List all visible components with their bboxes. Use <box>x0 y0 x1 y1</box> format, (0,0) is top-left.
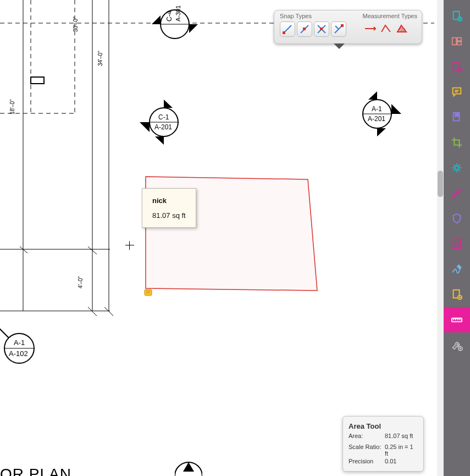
svg-text:A-1: A-1 <box>372 105 382 113</box>
snap-midpoint-button[interactable] <box>297 21 312 37</box>
svg-text:A-201: A-201 <box>368 115 385 123</box>
measure-perimeter-button[interactable] <box>379 21 393 36</box>
add-page-icon[interactable] <box>444 3 470 29</box>
tooltip-name: nick <box>152 196 186 205</box>
tool-add-icon[interactable] <box>444 332 470 358</box>
svg-rect-66 <box>457 42 461 45</box>
svg-rect-83 <box>452 318 462 321</box>
info-precision-label: Precision <box>349 458 381 464</box>
snap-measurement-toolbar[interactable]: Snap Types Measurement Types <box>274 10 422 44</box>
info-area-label: Area: <box>349 433 381 439</box>
signature-icon[interactable] <box>444 256 470 282</box>
section-marker-a1: A-1 A-201 <box>363 91 401 136</box>
shield-icon[interactable] <box>444 206 470 231</box>
crosshair-cursor <box>125 241 134 250</box>
vertical-scrollbar-track[interactable] <box>437 0 444 476</box>
page-lines-icon[interactable] <box>444 231 470 256</box>
info-scale-value: 0.25 in = 1 ft <box>385 444 418 457</box>
svg-marker-16 <box>189 24 198 33</box>
svg-rect-51 <box>320 28 323 30</box>
section-marker-c4: C-4 A-301 <box>152 6 198 39</box>
section-marker-c1: C-1 A-201 <box>140 100 178 145</box>
svg-rect-64 <box>452 38 456 45</box>
drawing-canvas[interactable]: 30'–0" 34'–0" 18'–0" 4'–0" C-4 A-301 <box>0 0 437 476</box>
measure-distance-button[interactable] <box>363 21 377 36</box>
section-marker-a1-lower: A-1 A-102 <box>0 325 34 363</box>
measure-area-button[interactable] <box>395 21 409 36</box>
crop-icon[interactable] <box>444 130 470 155</box>
layout-icon[interactable] <box>444 29 470 54</box>
right-toolbar <box>444 0 470 476</box>
comment-icon[interactable] <box>444 79 470 105</box>
svg-marker-21 <box>140 122 150 132</box>
svg-marker-30 <box>377 128 386 136</box>
svg-text:A-102: A-102 <box>9 349 28 358</box>
snap-perpendicular-button[interactable] <box>331 21 346 37</box>
page-plus-icon[interactable] <box>444 282 470 307</box>
svg-rect-46 <box>283 31 285 34</box>
svg-marker-15 <box>152 15 161 24</box>
dim-34-0: 34'–0" <box>97 51 103 66</box>
svg-marker-22 <box>164 100 173 108</box>
dim-30-0: 30'–0" <box>73 17 79 32</box>
svg-marker-23 <box>155 136 164 145</box>
edit-pen-icon[interactable] <box>444 180 470 206</box>
measurement-tooltip: nick 81.07 sq ft <box>142 188 196 228</box>
svg-rect-9 <box>31 77 44 84</box>
gear-badge-icon[interactable] <box>444 155 470 180</box>
measurement-types-label: Measurement Types <box>363 13 417 19</box>
info-title: Area Tool <box>349 422 418 430</box>
north-arrow-icon <box>175 459 202 476</box>
svg-rect-65 <box>457 38 461 41</box>
svg-marker-29 <box>368 91 377 100</box>
vertical-scrollbar-thumb[interactable] <box>438 171 443 197</box>
snap-intersection-button[interactable] <box>314 21 329 37</box>
tooltip-area: 81.07 sq ft <box>152 211 186 220</box>
page-title: OR PLAN <box>0 466 71 476</box>
svg-text:A-301: A-301 <box>175 6 181 21</box>
svg-line-36 <box>0 325 9 338</box>
svg-text:A-1: A-1 <box>14 338 25 347</box>
svg-point-74 <box>455 166 458 169</box>
svg-marker-28 <box>391 104 401 114</box>
page-content-icon[interactable] <box>444 54 470 79</box>
ruler-icon[interactable] <box>444 307 470 332</box>
svg-text:A-201: A-201 <box>154 123 172 131</box>
svg-rect-54 <box>341 24 344 27</box>
snap-types-label: Snap Types <box>280 13 346 19</box>
info-scale-label: Scale Ratio: <box>349 444 381 457</box>
info-precision-value: 0.01 <box>385 458 396 464</box>
snap-endpoint-button[interactable] <box>280 21 295 37</box>
svg-text:C-1: C-1 <box>158 113 169 121</box>
svg-rect-48 <box>303 28 306 30</box>
dim-4-0: 4'–0" <box>78 276 84 288</box>
svg-line-53 <box>335 26 339 29</box>
info-area-value: 81.07 sq ft <box>385 433 413 439</box>
svg-text:C-4: C-4 <box>165 10 173 21</box>
area-tool-info-panel: Area Tool Area:81.07 sq ft Scale Ratio:0… <box>342 416 424 472</box>
page-bookmark-icon[interactable] <box>444 105 470 130</box>
svg-line-10 <box>20 247 27 253</box>
dim-18-0: 18'–0" <box>9 99 15 114</box>
